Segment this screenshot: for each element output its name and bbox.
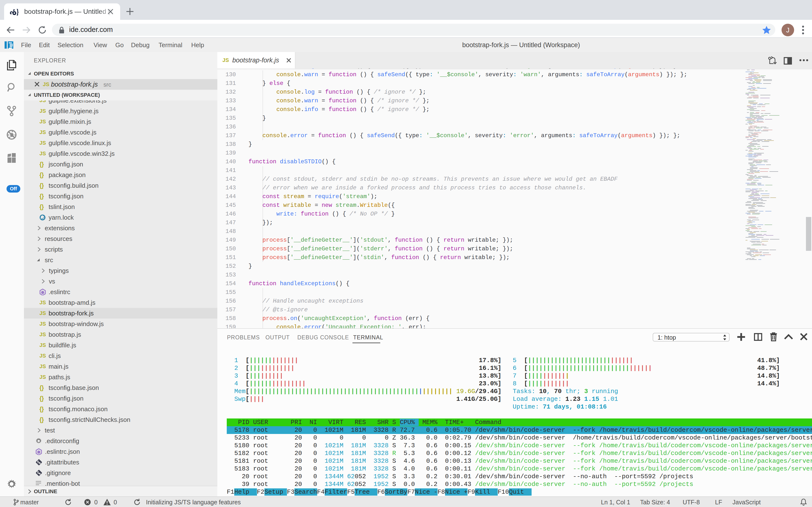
svg-text:J: J [786,26,790,34]
